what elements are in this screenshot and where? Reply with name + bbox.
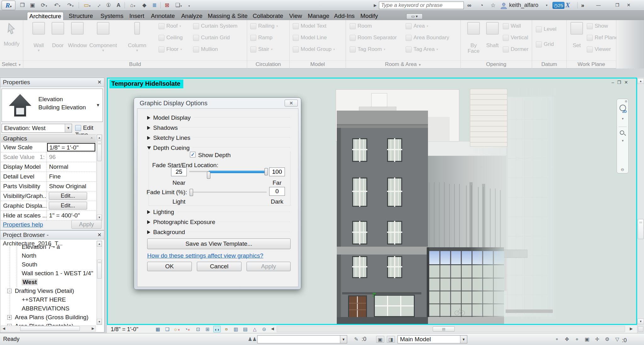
- property-row[interactable]: Parts VisibilityShow Original: [1, 182, 96, 191]
- navbar-collapse-icon[interactable]: ⊖: [621, 167, 624, 172]
- tag-by-category-icon[interactable]: ①: [104, 2, 113, 9]
- tab-massing-site[interactable]: Massing & Site: [206, 12, 249, 20]
- fade-limit-slider[interactable]: [189, 188, 267, 198]
- property-row[interactable]: Visibility/Graph...Edit...: [1, 191, 96, 201]
- project-browser-header[interactable]: Project Browser - Architecture_2016_T...…: [0, 231, 104, 239]
- visibility-graphics-edit-button[interactable]: Edit...: [49, 192, 87, 200]
- search-binoculars-icon[interactable]: ∞: [467, 1, 471, 9]
- property-row[interactable]: Detail LevelFine: [1, 172, 96, 182]
- sync-icon[interactable]: ⟳▾: [38, 2, 50, 9]
- fade-near-input[interactable]: [171, 167, 187, 176]
- scroll-down-icon[interactable]: ▼: [97, 319, 102, 325]
- tree-item[interactable]: ++START HERE: [1, 295, 95, 304]
- select-pinned-elements-icon[interactable]: ⌖: [573, 336, 581, 343]
- measure-icon[interactable]: ▭▾: [81, 2, 93, 9]
- view-minimize-icon[interactable]: ‒: [612, 80, 617, 85]
- property-row[interactable]: Display ModelNormal: [1, 162, 96, 172]
- zoom-icon[interactable]: [620, 130, 624, 135]
- chevron-down-icon[interactable]: ▼: [96, 103, 100, 107]
- restore-button[interactable]: ❐: [613, 3, 621, 8]
- component-button[interactable]: Component▼: [89, 21, 118, 52]
- column-button[interactable]: Column▼: [127, 21, 147, 52]
- settings-help-link[interactable]: How do these settings affect view graphi…: [147, 252, 263, 259]
- redo-icon[interactable]: ↷▾: [65, 2, 76, 9]
- chevron-down-icon[interactable]: ▼: [460, 336, 467, 343]
- instance-selector[interactable]: Elevation: West ▼: [2, 124, 72, 133]
- tab-structure[interactable]: Structure: [65, 12, 96, 20]
- aligned-dimension-icon[interactable]: ↔: [94, 2, 103, 9]
- expander-lighting[interactable]: Lighting: [147, 208, 290, 216]
- tree-item[interactable]: Elevation 7 - a: [1, 243, 95, 251]
- expander-photographic-exposure[interactable]: Photographic Exposure: [147, 218, 290, 226]
- worksharing-display-toggle-icon[interactable]: ▣: [376, 336, 384, 343]
- properties-scrollbar[interactable]: ▲ ▼: [97, 134, 102, 221]
- panel-label-select[interactable]: Select ▼: [0, 60, 23, 68]
- scroll-up-icon[interactable]: ▲: [637, 78, 644, 84]
- tree-item[interactable]: Wall section 1 - WEST 1/4": [1, 269, 95, 278]
- help-search-box[interactable]: [379, 2, 464, 9]
- exchange-apps-icon[interactable]: X: [565, 1, 570, 9]
- panel-label-model[interactable]: Model: [290, 60, 346, 68]
- show-crop-region-icon[interactable]: ⊞: [204, 326, 211, 332]
- canvas-vertical-scrollbar[interactable]: ▲ ▼: [637, 78, 644, 333]
- customize-qat-icon[interactable]: ▾: [186, 2, 192, 9]
- apply-button[interactable]: Apply: [247, 262, 291, 271]
- set-button[interactable]: Set: [569, 21, 584, 48]
- qat-overflow-icon[interactable]: ▶: [373, 2, 377, 9]
- navigation-bar[interactable]: ⊗ 2D ▼ ▼ ⊖: [617, 99, 629, 173]
- view-window-controls[interactable]: ‒❐✕: [612, 80, 631, 85]
- type-selector[interactable]: Elevation Building Elevation ▼: [2, 89, 103, 122]
- section-graphics[interactable]: Graphics⌃: [1, 134, 96, 142]
- floor-button[interactable]: Floor▾: [158, 45, 183, 53]
- text-icon[interactable]: A: [114, 2, 123, 9]
- close-button[interactable]: ✕: [625, 3, 633, 8]
- fade-far-input[interactable]: [269, 167, 285, 176]
- by-face-button[interactable]: By Face: [465, 21, 482, 54]
- dialog-close-button[interactable]: ✕: [285, 100, 298, 107]
- tree-item[interactable]: South: [1, 260, 95, 269]
- expander-shadows[interactable]: Shadows: [147, 124, 290, 132]
- tree-item[interactable]: North: [1, 251, 95, 260]
- scroll-left-icon[interactable]: ◀: [271, 326, 274, 331]
- grid-button[interactable]: Grid: [536, 40, 557, 48]
- save-as-view-template-button[interactable]: Save as View Template...: [147, 238, 291, 249]
- worksharing-display-icon[interactable]: ▥: [232, 326, 240, 332]
- ribbon-display-toggle-icon[interactable]: ▭ ▾: [406, 14, 423, 19]
- chevron-down-icon[interactable]: ▼: [65, 124, 72, 132]
- navbar-close-icon[interactable]: ⊗: [625, 100, 627, 103]
- expander-depth-cueing[interactable]: Depth Cueing: [147, 144, 290, 152]
- tab-architecture[interactable]: Architecture: [27, 12, 64, 20]
- tab-manage[interactable]: Manage: [306, 12, 331, 20]
- graphic-display-edit-button[interactable]: Edit...: [49, 202, 87, 210]
- vertical-opening-button[interactable]: Vertical: [503, 34, 529, 42]
- shaft-button[interactable]: Shaft: [485, 21, 500, 48]
- crop-view-icon[interactable]: ⊡: [194, 326, 202, 332]
- tab-annotate[interactable]: Annotate: [148, 12, 177, 20]
- username[interactable]: keith_alfaro: [509, 2, 538, 8]
- show-work-plane-button[interactable]: Show: [587, 22, 618, 30]
- hide-analytical-model-icon[interactable]: △: [251, 326, 258, 332]
- section-icon[interactable]: ◆: [140, 2, 148, 9]
- area-button[interactable]: Area▾: [406, 22, 449, 30]
- collapse-chevron-icon[interactable]: ⌃: [90, 135, 93, 143]
- graphic-display-options-dialog[interactable]: Graphic Display Options ✕ Model Display …: [134, 97, 301, 290]
- property-row[interactable]: View Scale1/8" = 1'-0": [1, 143, 96, 152]
- chevron-down-icon[interactable]: ▼: [340, 336, 347, 343]
- design-option-dropdown[interactable]: Main Model▼: [397, 335, 467, 343]
- selection-settings-gear-icon[interactable]: ⚙: [603, 336, 611, 343]
- close-icon[interactable]: ✕: [97, 78, 102, 86]
- railing-button[interactable]: Railing▾: [250, 22, 278, 30]
- scroll-right-icon[interactable]: ▶: [630, 326, 633, 331]
- panel-label-datum[interactable]: Datum: [532, 60, 566, 68]
- tab-insert[interactable]: Insert: [127, 12, 147, 20]
- window-button[interactable]: Window: [68, 21, 87, 48]
- drag-elements-icon[interactable]: ✛: [593, 336, 601, 343]
- expander-background[interactable]: Background: [147, 228, 290, 236]
- search-input[interactable]: [379, 2, 464, 9]
- ceiling-button[interactable]: Ceiling: [158, 34, 183, 42]
- filter-icon[interactable]: ▽: [613, 336, 621, 343]
- curtain-system-button[interactable]: Curtain System: [193, 22, 237, 30]
- room-button[interactable]: Room: [350, 22, 397, 30]
- fade-limit-handle[interactable]: [190, 189, 193, 196]
- undo-icon[interactable]: ↶▾: [52, 2, 63, 9]
